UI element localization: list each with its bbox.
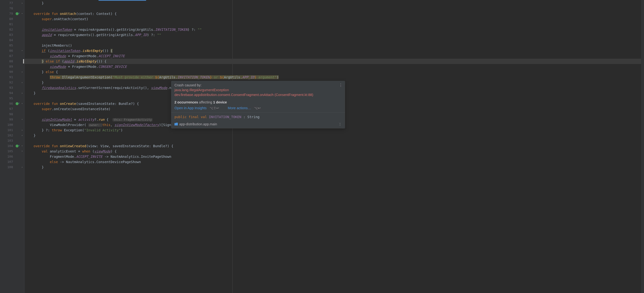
line-number: 83: [0, 32, 15, 38]
code-line[interactable]: FragmentMode.ACCEPT_INVITE -> NautmAnaly…: [24, 154, 644, 159]
code-line[interactable]: [24, 22, 644, 27]
module-icon: [174, 123, 178, 126]
line-number: 98: [0, 112, 15, 117]
code-line[interactable]: } else {: [24, 69, 644, 75]
fold-close-icon[interactable]: ▴: [21, 166, 23, 168]
code-line[interactable]: throw IllegalArgumentException("Must pro…: [24, 75, 644, 80]
fold-close-icon[interactable]: ▴: [21, 134, 23, 136]
line-number: 96: [0, 101, 15, 106]
fold-open-icon[interactable]: ▾: [21, 118, 23, 121]
fold-open-icon[interactable]: ▾: [21, 49, 23, 52]
tooltip-header: Crash caused by:: [174, 83, 342, 87]
code-line[interactable]: injectMembers(): [24, 43, 644, 48]
code-line[interactable]: } else if (appId.isNotEmpty()) {: [24, 59, 644, 64]
line-number: 99: [0, 117, 15, 122]
line-number: 90: [0, 69, 15, 75]
fold-gutter[interactable]: ▴▾▾▴▴▴▾▾▴▴▾▾▴: [20, 0, 24, 293]
tooltip-exception: java.lang.IllegalArgumentException: [174, 88, 342, 92]
error-stripe[interactable]: [641, 0, 644, 293]
line-number: 86: [0, 48, 15, 53]
code-line[interactable]: viewMode = FragmentMode.ACCEPT_INVITE: [24, 53, 644, 59]
code-line[interactable]: val analyticEvent = when (viewMode) {: [24, 149, 644, 154]
line-number: 108: [0, 165, 15, 170]
more-actions-link[interactable]: More actions…: [228, 106, 251, 110]
fold-open-icon[interactable]: ▾: [21, 150, 23, 152]
code-line[interactable]: override fun onAttach(context: Context) …: [24, 11, 644, 16]
line-number: 89: [0, 64, 15, 69]
line-number: 87: [0, 53, 15, 59]
line-number: 95: [0, 96, 15, 101]
line-number: 85: [0, 43, 15, 48]
fold-close-icon[interactable]: ▴: [21, 81, 23, 84]
line-number: 101: [0, 128, 15, 133]
code-line[interactable]: }: [24, 133, 644, 138]
code-content[interactable]: } override fun onAttach(context: Context…: [24, 0, 644, 293]
line-number: 103: [0, 138, 15, 143]
implements-arrow-icon: ↑: [18, 144, 20, 147]
text-caret: [23, 59, 24, 64]
code-line[interactable]: appId = requireArguments().getString(Arg…: [24, 32, 644, 38]
code-line[interactable]: super.onAttach(context): [24, 16, 644, 22]
code-line[interactable]: }: [24, 1, 644, 6]
code-line[interactable]: if (invitationToken.isNotEmpty()) {: [24, 48, 644, 53]
open-app-insights-link[interactable]: Open in App Insights: [174, 106, 207, 110]
code-line[interactable]: else -> NautmAnalytics.ConsentDevicePage…: [24, 159, 644, 165]
implements-arrow-icon: ↑: [18, 102, 20, 104]
line-number-gutter: 7778798081828384858687888990919293949596…: [0, 0, 15, 293]
fold-close-icon[interactable]: ▴: [21, 2, 23, 4]
code-line[interactable]: override fun onViewCreated(view: View, s…: [24, 143, 644, 149]
code-line[interactable]: [24, 138, 644, 143]
line-number: 91: [0, 75, 15, 80]
fold-close-icon[interactable]: ▴: [21, 71, 23, 73]
tooltip-occurrences: 2 occurrences affecting 1 device: [174, 100, 342, 104]
line-number: 84: [0, 38, 15, 43]
tooltip-location: dev.firebase.appdistribution.consent.Con…: [174, 92, 342, 97]
fold-close-icon[interactable]: ▴: [21, 129, 23, 131]
override-marker-gutter: ↑↑↑: [15, 0, 20, 293]
line-number: 104: [0, 143, 15, 149]
tooltip-signature: public final val INVITATION_TOKEN : Stri…: [171, 112, 345, 121]
crash-tooltip: ⋮ Crash caused by: java.lang.IllegalArgu…: [171, 81, 345, 128]
line-number: 78: [0, 6, 15, 11]
line-number: 77: [0, 1, 15, 6]
line-number: 88: [0, 59, 15, 64]
tooltip-more-icon[interactable]: ⋮: [339, 83, 343, 87]
line-number: 82: [0, 27, 15, 32]
code-line[interactable]: [24, 38, 644, 43]
line-number: 107: [0, 159, 15, 165]
device-count: 1 device: [213, 100, 227, 104]
editor-area[interactable]: 7778798081828384858687888990919293949596…: [0, 0, 644, 293]
fold-open-icon[interactable]: ▾: [21, 12, 23, 15]
line-number: 79: [0, 11, 15, 16]
line-number: 102: [0, 133, 15, 138]
code-line[interactable]: invitationToken = requireArguments().get…: [24, 27, 644, 32]
code-line[interactable]: }: [24, 165, 644, 170]
occurrence-count: 2 occurrences: [174, 100, 198, 104]
code-line[interactable]: [24, 6, 644, 11]
fold-close-icon[interactable]: ▴: [21, 92, 23, 94]
line-number: 100: [0, 122, 15, 128]
line-number: 81: [0, 22, 15, 27]
line-number: 106: [0, 154, 15, 159]
implements-arrow-icon: ↑: [18, 12, 20, 15]
line-number: 105: [0, 149, 15, 154]
line-number: 94: [0, 90, 15, 96]
line-number: 97: [0, 106, 15, 112]
tooltip-footer-more-icon[interactable]: ⋮: [338, 122, 342, 126]
line-number: 92: [0, 80, 15, 85]
line-number: 80: [0, 16, 15, 22]
line-number: 93: [0, 85, 15, 90]
module-name: app-distribution.app.main: [179, 122, 217, 126]
shortcut-open: ⌥⇧↩: [210, 106, 219, 110]
shortcut-more: ⌥↩: [254, 106, 261, 110]
fold-open-icon[interactable]: ▾: [21, 102, 23, 105]
fold-open-icon[interactable]: ▾: [21, 145, 23, 147]
code-line[interactable]: viewMode = FragmentMode.CONSENT_DEVICE: [24, 64, 644, 69]
tooltip-footer: app-distribution.app.main ⋮: [171, 121, 345, 128]
